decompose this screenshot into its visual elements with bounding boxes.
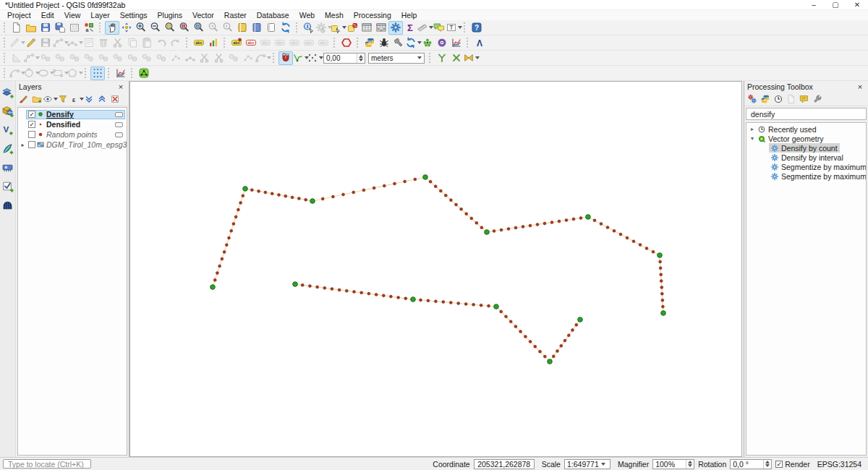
add-oracle-layer-button[interactable] — [1, 197, 15, 212]
layer-row-densified[interactable]: ✓ Densified — [18, 119, 127, 129]
map-canvas[interactable] — [129, 81, 742, 457]
render-checkbox[interactable]: ✓Render — [775, 460, 809, 469]
remove-layer-button[interactable] — [109, 93, 122, 106]
open-project-button[interactable] — [24, 21, 38, 35]
add-vector-layer-button[interactable] — [1, 85, 15, 99]
tree-entry[interactable]: Segmentize by maximum angle — [769, 162, 867, 171]
style-manager-button[interactable]: a — [82, 21, 96, 35]
add-mesh-layer-button[interactable]: V — [1, 122, 15, 137]
pin-unpin-labels-button[interactable]: abc — [229, 36, 244, 50]
float-panel-icon[interactable] — [843, 82, 853, 91]
tree-entry[interactable]: Densify by count — [769, 143, 840, 153]
dropdown-arrow-icon[interactable] — [21, 41, 25, 44]
menu-settings[interactable]: Settings — [115, 11, 153, 20]
tree-item-vector-geometry[interactable]: ▾ Vector geometry — [746, 134, 866, 143]
dropdown-arrow-icon[interactable] — [458, 26, 462, 29]
tree-entry[interactable]: Recently used — [756, 124, 819, 134]
temporal-controller-button[interactable] — [264, 21, 278, 35]
close-button[interactable]: ✕ — [846, 0, 868, 9]
tree-expander[interactable]: ▾ — [749, 135, 756, 142]
expression-engine-button[interactable]: Λ — [472, 36, 487, 50]
options-button[interactable] — [811, 93, 824, 106]
vertex-plugin-button[interactable] — [137, 67, 151, 80]
add-raster-layer-button[interactable] — [1, 103, 15, 118]
tree-item-densify-by-interval[interactable]: Densify by interval — [746, 153, 866, 162]
layer-checkbox[interactable] — [28, 131, 35, 138]
text-annotation-button[interactable]: T — [446, 21, 461, 35]
first-aid-plugin-button[interactable] — [377, 36, 391, 50]
layer-row-dgm-tirol-10m-epsg31254[interactable]: ▸ DGM_Tirol_10m_epsg31254 — [18, 140, 127, 150]
spinner-arrows[interactable] — [357, 54, 365, 63]
close-panel-icon[interactable]: × — [116, 82, 126, 91]
menu-raster[interactable]: Raster — [219, 11, 252, 20]
profile-tool-button[interactable] — [114, 67, 128, 80]
menu-edit[interactable]: Edit — [36, 11, 59, 20]
menu-processing[interactable]: Processing — [349, 11, 396, 20]
snap-units-select[interactable]: meters — [368, 53, 425, 64]
minimize-button[interactable]: – — [803, 0, 825, 9]
expand-all-button[interactable] — [82, 93, 95, 106]
new-project-button[interactable] — [9, 21, 24, 35]
menu-database[interactable]: Database — [252, 11, 294, 20]
python-console-button[interactable] — [362, 36, 377, 50]
tree-expander[interactable]: ▸ — [749, 126, 756, 132]
help-button[interactable]: ? — [469, 21, 484, 35]
show-bookmarks-button[interactable] — [250, 21, 264, 35]
spinner-arrows[interactable] — [686, 460, 694, 469]
snapping-type-button[interactable] — [307, 51, 322, 65]
zoom-to-selection-button[interactable] — [177, 21, 192, 35]
collapse-all-button[interactable] — [95, 93, 109, 106]
dropdown-arrow-icon[interactable] — [475, 56, 480, 59]
zoom-to-layer-button[interactable] — [192, 21, 206, 35]
data-plotly-plugin-button[interactable] — [449, 36, 464, 50]
add-group-button[interactable] — [30, 93, 43, 106]
layer-entry[interactable]: ✓ Densified — [26, 120, 125, 129]
models-button[interactable] — [746, 93, 759, 106]
search-value[interactable]: densify — [751, 110, 861, 119]
processing-toolbox-toggle-button[interactable] — [388, 21, 403, 35]
dropdown-arrow-icon[interactable] — [79, 72, 83, 74]
select-features-by-value-button[interactable] — [345, 21, 359, 35]
show-statistical-summary-button[interactable]: Σ — [403, 21, 417, 35]
open-layer-styling-button[interactable] — [17, 93, 30, 106]
map-tips-button[interactable] — [432, 21, 446, 35]
select-features-button[interactable] — [331, 21, 345, 35]
tree-entry[interactable]: Vector geometry — [756, 134, 825, 143]
layer-expander[interactable]: ▸ — [20, 142, 26, 148]
save-project-button[interactable] — [38, 21, 53, 35]
plugin-manager-button[interactable] — [420, 36, 435, 50]
layer-entry[interactable]: DGM_Tirol_10m_epsg31254 — [26, 140, 127, 150]
zoom-in-button[interactable] — [134, 21, 148, 35]
menu-layer[interactable]: Layer — [85, 11, 114, 20]
rotation-stepper[interactable]: 0,0 ° — [730, 459, 772, 469]
snap-tolerance-input[interactable]: 0,00 — [323, 53, 365, 64]
processing-history-button[interactable] — [406, 36, 420, 50]
enable-snapping-button[interactable] — [278, 51, 293, 65]
geometry-checker-button[interactable] — [339, 36, 354, 50]
layer-row-densify[interactable]: ✓ Densify — [18, 109, 127, 119]
layer-diagram-options-button[interactable] — [206, 36, 221, 50]
layer-checkbox[interactable]: ✓ — [28, 121, 35, 128]
filter-by-expression-button[interactable]: ε — [69, 93, 82, 106]
save-project-as-button[interactable] — [53, 21, 67, 35]
pan-map-button[interactable] — [105, 21, 119, 35]
toolbox-search[interactable]: densify — [746, 108, 867, 120]
dropdown-arrow-icon[interactable] — [319, 56, 323, 59]
tree-entry[interactable]: Segmentize by maximum distance — [769, 171, 867, 181]
edit-features-in-place-button[interactable] — [798, 93, 811, 106]
tree-item-recently-used[interactable]: ▸ Recently used — [746, 124, 866, 134]
osgeo-plugin-button[interactable] — [435, 36, 449, 50]
add-database-layer-button[interactable] — [1, 160, 15, 174]
locate-input[interactable]: Type to locate (Ctrl+K) — [3, 459, 91, 469]
pan-to-selection-button[interactable] — [119, 21, 134, 35]
toggle-editing-button[interactable] — [24, 36, 38, 50]
tree-item-densify-by-count[interactable]: Densify by count — [746, 143, 866, 153]
snapping-mode-button[interactable] — [293, 51, 307, 65]
identify-features-button[interactable]: i — [302, 21, 316, 35]
menu-plugins[interactable]: Plugins — [153, 11, 187, 20]
refresh-map-button[interactable] — [278, 21, 293, 35]
self-snapping-button[interactable] — [464, 51, 478, 65]
add-delimited-text-layer-button[interactable] — [1, 141, 15, 155]
menu-vector[interactable]: Vector — [187, 11, 219, 20]
layer-checkbox[interactable]: ✓ — [28, 111, 35, 118]
